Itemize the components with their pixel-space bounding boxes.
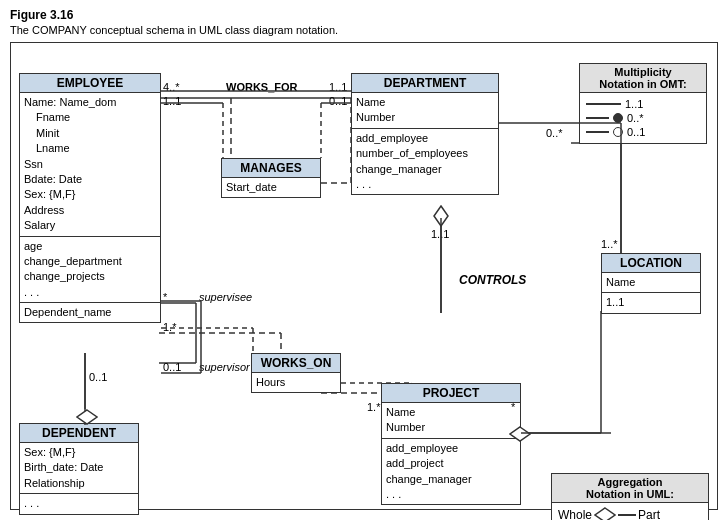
works-for-right-mult: 1..1 [329, 81, 347, 93]
project-box: PROJECT Name Number add_employee add_pro… [381, 383, 521, 505]
employee-section3: Dependent_name [20, 303, 160, 322]
controls-diamond-icon [433, 205, 449, 227]
department-section1: Name Number [352, 93, 498, 129]
works-for-left-mult: 4..* [163, 81, 180, 93]
legend-row-3: 0..1 [586, 126, 700, 138]
supervisee-label: supervisee [199, 291, 252, 303]
figure-caption: The COMPANY conceptual schema in UML cla… [10, 24, 718, 36]
dependent-diamond-icon [76, 409, 98, 425]
works-on-proj-mult: 1.* [367, 401, 380, 413]
supervisor-mult: 0..1 [163, 361, 181, 373]
location-dept-mult: 1..* [601, 238, 618, 250]
open-circle-icon [613, 127, 623, 137]
controls-label: CONTROLS [459, 273, 526, 287]
dept-location-mult: 0..* [546, 127, 563, 139]
project-section1: Name Number [382, 403, 520, 439]
project-diamond-icon [509, 426, 531, 442]
supervisor-label: supervisor [199, 361, 250, 373]
manages-box: MANAGES Start_date [221, 158, 321, 198]
dependent-section1: Sex: {M,F} Birth_date: Date Relationship [20, 443, 138, 494]
manages-left-mult: 1..1 [163, 95, 181, 107]
svg-marker-19 [510, 427, 530, 441]
page-container: Figure 3.16 The COMPANY conceptual schem… [0, 0, 728, 520]
department-section2: add_employee number_of_employees change_… [352, 129, 498, 195]
aggregation-header: Aggregation Notation in UML: [552, 474, 708, 503]
works-on-section1: Hours [252, 373, 340, 392]
multiplicity-legend: Multiplicity Notation in OMT: 1..1 0..* … [579, 63, 707, 144]
dependent-header: DEPENDENT [20, 424, 138, 443]
manages-section1: Start_date [222, 178, 320, 197]
manages-right-mult: 0..1 [329, 95, 347, 107]
dependent-box: DEPENDENT Sex: {M,F} Birth_date: Date Re… [19, 423, 139, 515]
filled-circle-icon [613, 113, 623, 123]
aggregation-diamond-icon [594, 507, 616, 520]
employee-box: EMPLOYEE Name: Name_dom Fname Minit Lnam… [19, 73, 161, 323]
works-on-emp-mult: 1.* [163, 321, 176, 333]
employee-section2: age change_department change_projects . … [20, 237, 160, 304]
supervisee-mult: * [163, 291, 167, 303]
works-on-star-mult: * [511, 401, 515, 413]
legend-row-1: 1..1 [586, 98, 700, 110]
emp-dependent-mult: 0..1 [89, 371, 107, 383]
figure-title: Figure 3.16 [10, 8, 718, 22]
works-for-label: WORKS_FOR [226, 81, 298, 93]
department-header: DEPARTMENT [352, 74, 498, 93]
location-header: LOCATION [602, 254, 700, 273]
multiplicity-content: 1..1 0..* 0..1 [580, 93, 706, 143]
project-header: PROJECT [382, 384, 520, 403]
diagram-area: EMPLOYEE Name: Name_dom Fname Minit Lnam… [10, 42, 718, 510]
aggregation-legend: Aggregation Notation in UML: Whole Part [551, 473, 709, 520]
controls-dept-mult: 1..1 [431, 228, 449, 240]
employee-section1: Name: Name_dom Fname Minit Lname Ssn Bda… [20, 93, 160, 237]
svg-marker-17 [595, 508, 615, 520]
aggregation-content: Whole Part [552, 503, 708, 520]
part-label: Part [638, 508, 660, 520]
department-box: DEPARTMENT Name Number add_employee numb… [351, 73, 499, 195]
works-on-box: WORKS_ON Hours [251, 353, 341, 393]
svg-marker-20 [434, 206, 448, 226]
location-box: LOCATION Name 1..1 [601, 253, 701, 314]
manages-header: MANAGES [222, 159, 320, 178]
project-section2: add_employee add_project change_manager … [382, 439, 520, 505]
svg-marker-18 [77, 410, 97, 424]
works-on-header: WORKS_ON [252, 354, 340, 373]
employee-header: EMPLOYEE [20, 74, 160, 93]
whole-label: Whole [558, 508, 592, 520]
legend-row-2: 0..* [586, 112, 700, 124]
location-section2: 1..1 [602, 293, 700, 312]
multiplicity-header: Multiplicity Notation in OMT: [580, 64, 706, 93]
location-section1: Name [602, 273, 700, 293]
dependent-section2: . . . [20, 494, 138, 513]
